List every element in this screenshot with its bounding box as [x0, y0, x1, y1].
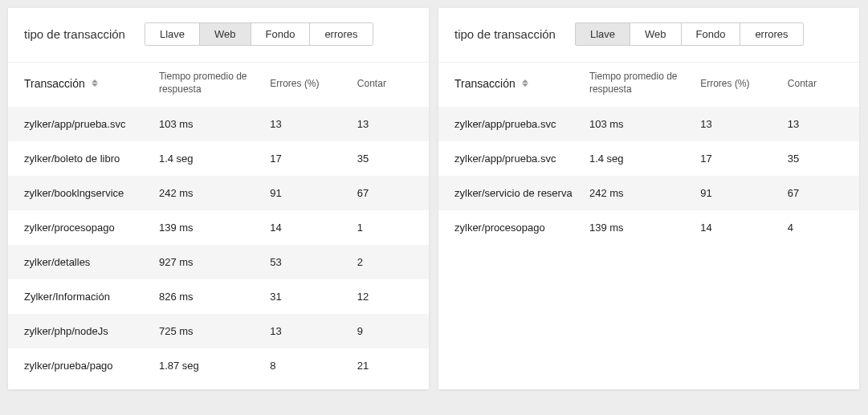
cell-errors: 91	[270, 187, 357, 199]
cell-transaction: zylker/booklngservice	[24, 187, 159, 199]
cell-count: 2	[357, 256, 413, 268]
cell-transaction: zylker/detalles	[24, 256, 159, 268]
cell-count: 1	[357, 222, 413, 234]
header-avg-response[interactable]: Tiempo promedio de respuesta	[589, 71, 700, 96]
sort-icon[interactable]	[522, 79, 528, 87]
cell-transaction: zylker/procesopago	[454, 222, 589, 234]
tab-web[interactable]: Web	[200, 23, 251, 45]
tab-web[interactable]: Web	[630, 23, 682, 45]
header-count[interactable]: Contar	[788, 78, 843, 89]
table-header: Transacción Tiempo promedio de respuesta…	[8, 62, 429, 107]
table-row[interactable]: zylker/app/prueba.svc 103 ms 13 13	[8, 107, 429, 141]
cell-errors: 13	[270, 325, 357, 337]
cell-response-time: 242 ms	[159, 187, 270, 199]
header-count[interactable]: Contar	[357, 78, 413, 89]
transaction-panel-left: tipo de transacción Llave Web Fondo erro…	[8, 8, 429, 389]
cell-response-time: 103 ms	[589, 118, 700, 130]
cell-count: 21	[357, 360, 413, 372]
cell-response-time: 103 ms	[159, 118, 270, 130]
tab-errores[interactable]: errores	[740, 23, 802, 45]
sort-icon[interactable]	[92, 79, 98, 87]
cell-count: 12	[357, 291, 413, 303]
header-transaction-label: Transacción	[24, 77, 85, 90]
panel-header: tipo de transacción Llave Web Fondo erro…	[8, 8, 429, 62]
table-row[interactable]: zylker/prueba/pago 1.87 seg 8 21	[8, 348, 429, 383]
cell-count: 9	[357, 325, 413, 337]
table-row[interactable]: zylker/boleto de libro 1.4 seg 17 35	[8, 141, 429, 176]
cell-count: 35	[357, 153, 413, 165]
tab-fondo[interactable]: Fondo	[251, 23, 311, 45]
panel-title: tipo de transacción	[24, 27, 125, 41]
cell-errors: 13	[270, 118, 357, 130]
tab-llave[interactable]: Llave	[576, 23, 630, 45]
cell-response-time: 927 ms	[159, 256, 270, 268]
tab-fondo[interactable]: Fondo	[682, 23, 741, 45]
cell-errors: 53	[270, 256, 357, 268]
cell-count: 4	[788, 222, 843, 234]
cell-response-time: 139 ms	[159, 222, 270, 234]
cell-response-time: 725 ms	[159, 325, 270, 337]
cell-errors: 8	[270, 360, 357, 372]
cell-errors: 14	[270, 222, 357, 234]
header-errors[interactable]: Errores (%)	[270, 78, 357, 89]
cell-transaction: zylker/servicio de reserva	[454, 187, 589, 199]
header-transaction[interactable]: Transacción	[454, 77, 589, 90]
table-header: Transacción Tiempo promedio de respuesta…	[438, 62, 859, 107]
table-row[interactable]: zylker/php/nodeJs 725 ms 13 9	[8, 314, 429, 348]
header-transaction[interactable]: Transacción	[24, 77, 159, 90]
tab-group: Llave Web Fondo errores	[145, 22, 373, 46]
table-row[interactable]: zylker/detalles 927 ms 53 2	[8, 245, 429, 279]
table-row[interactable]: zylker/procesopago 139 ms 14 1	[8, 210, 429, 245]
cell-errors: 13	[700, 118, 788, 130]
cell-count: 13	[788, 118, 843, 130]
cell-errors: 17	[700, 153, 788, 165]
table-row[interactable]: zylker/procesopago 139 ms 14 4	[438, 210, 859, 245]
header-avg-response[interactable]: Tiempo promedio de respuesta	[159, 71, 270, 96]
cell-count: 13	[357, 118, 413, 130]
table-row[interactable]: zylker/booklngservice 242 ms 91 67	[8, 176, 429, 210]
table-row[interactable]: Zylker/Información 826 ms 31 12	[8, 279, 429, 314]
table-row[interactable]: zylker/app/prueba.svc 1.4 seg 17 35	[438, 141, 859, 176]
panel-title: tipo de transacción	[454, 27, 556, 41]
tab-llave[interactable]: Llave	[145, 23, 200, 45]
cell-transaction: zylker/app/prueba.svc	[24, 118, 159, 130]
cell-count: 67	[788, 187, 843, 199]
cell-errors: 91	[700, 187, 788, 199]
table-body: zylker/app/prueba.svc 103 ms 13 13 zylke…	[8, 107, 429, 383]
cell-response-time: 139 ms	[589, 222, 700, 234]
cell-errors: 31	[270, 291, 357, 303]
cell-transaction: zylker/app/prueba.svc	[454, 118, 589, 130]
cell-transaction: zylker/boleto de libro	[24, 153, 159, 165]
transaction-panel-right: tipo de transacción Llave Web Fondo erro…	[438, 8, 859, 389]
table-row[interactable]: zylker/app/prueba.svc 103 ms 13 13	[438, 107, 859, 141]
cell-transaction: Zylker/Información	[24, 291, 159, 303]
cell-response-time: 242 ms	[589, 187, 700, 199]
cell-response-time: 1.4 seg	[589, 153, 700, 165]
cell-response-time: 1.87 seg	[159, 360, 270, 372]
header-errors[interactable]: Errores (%)	[700, 78, 788, 89]
cell-errors: 14	[700, 222, 788, 234]
table-body: zylker/app/prueba.svc 103 ms 13 13 zylke…	[438, 107, 859, 245]
header-transaction-label: Transacción	[454, 77, 516, 90]
cell-count: 67	[357, 187, 413, 199]
cell-transaction: zylker/procesopago	[24, 222, 159, 234]
cell-response-time: 826 ms	[159, 291, 270, 303]
panel-header: tipo de transacción Llave Web Fondo erro…	[438, 8, 859, 62]
cell-errors: 17	[270, 153, 357, 165]
cell-transaction: zylker/app/prueba.svc	[454, 153, 589, 165]
cell-transaction: zylker/php/nodeJs	[24, 325, 159, 337]
table-row[interactable]: zylker/servicio de reserva 242 ms 91 67	[438, 176, 859, 210]
cell-transaction: zylker/prueba/pago	[24, 360, 159, 372]
cell-response-time: 1.4 seg	[159, 153, 270, 165]
tab-group: Llave Web Fondo errores	[575, 22, 804, 46]
tab-errores[interactable]: errores	[310, 23, 372, 45]
cell-count: 35	[788, 153, 843, 165]
